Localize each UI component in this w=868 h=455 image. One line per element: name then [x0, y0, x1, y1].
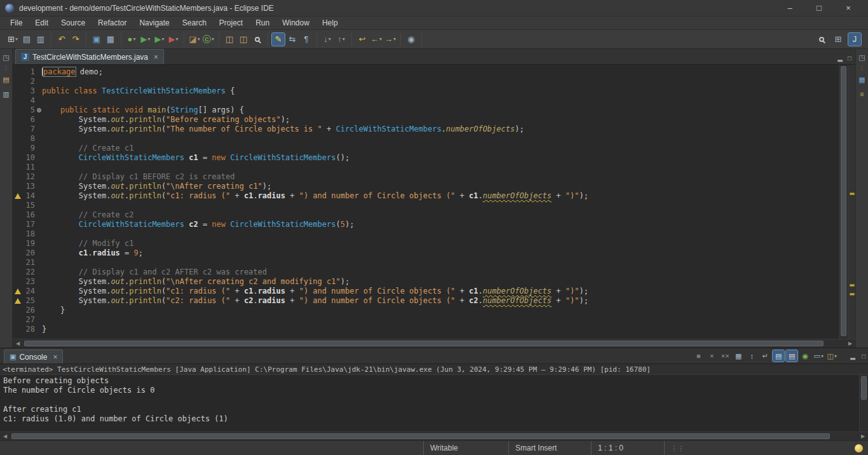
restore-view-icon[interactable]: ◳ [1, 52, 11, 62]
tab-console[interactable]: ▣ Console × [4, 350, 63, 363]
search-icon[interactable] [251, 33, 264, 46]
menu-bar: FileEditSourceRefactorNavigateSearchProj… [0, 17, 868, 30]
word-wrap-icon[interactable]: ↵ [759, 350, 771, 362]
editor-tab[interactable]: J TestCircleWithStaticMembers.java × [15, 49, 164, 64]
new-wizard-icon[interactable]: ⊞▾ [6, 33, 19, 46]
open-type-icon[interactable]: ◫ [223, 33, 236, 46]
new-class-icon[interactable]: C▾ [202, 33, 215, 46]
menu-edit[interactable]: Edit [29, 17, 55, 29]
search-toolbar-icon[interactable] [815, 33, 828, 46]
code-line: 5 public static void main(String[] args)… [13, 105, 839, 115]
warning-icon[interactable] [15, 193, 21, 199]
show-stdout-icon[interactable]: ▤ [773, 350, 784, 362]
new-java-project-icon[interactable]: ◪▾ [188, 33, 201, 46]
display-selected-console-icon[interactable]: ▭▾ [813, 350, 824, 362]
console-status-line: <terminated> TestCircleWithStaticMembers… [0, 364, 868, 375]
open-perspective-icon[interactable]: ⊞ [832, 33, 844, 46]
run-external-tools-icon[interactable]: ▶▾ [153, 33, 166, 46]
coverage-icon[interactable]: ▶▾ [167, 33, 180, 46]
menu-refactor[interactable]: Refactor [92, 17, 133, 29]
console-line: After creating c1 [3, 405, 859, 414]
menu-run[interactable]: Run [249, 17, 276, 29]
scroll-right-icon[interactable]: ▶ [858, 433, 868, 439]
scroll-left-icon[interactable]: ◀ [0, 433, 10, 439]
line-number: 11 [13, 163, 42, 172]
statusbar-drag-handle-icon[interactable]: ⋮⋮ [671, 445, 685, 452]
console-vertical-scrollbar[interactable] [859, 375, 868, 431]
scroll-left-icon[interactable]: ◀ [13, 341, 23, 346]
code-line: 27 [13, 315, 839, 325]
package-explorer-icon[interactable]: ▤ [1, 74, 11, 85]
restore-view-icon[interactable]: ◳ [857, 52, 867, 62]
console-icon: ▣ [10, 353, 16, 361]
scroll-right-icon[interactable]: ▶ [845, 341, 855, 346]
maximize-window-icon[interactable]: □ [804, 3, 834, 13]
maximize-console-icon[interactable]: □ [862, 353, 865, 360]
undo-icon[interactable]: ↶ [55, 33, 68, 46]
minimize-editor-icon[interactable]: ▂ [837, 55, 843, 62]
print-icon[interactable]: ▦ [104, 33, 117, 46]
debug-icon[interactable]: ●▾ [125, 33, 138, 46]
pin-editor-icon[interactable]: ◉ [405, 33, 417, 46]
redo-icon[interactable]: ↷ [69, 33, 82, 46]
scrollbar-thumb[interactable] [841, 66, 846, 336]
code-line: 26 } [13, 306, 839, 315]
menu-navigate[interactable]: Navigate [133, 17, 175, 29]
code-line: 12 // Display c1 BEFORE c2 is created [13, 172, 839, 182]
close-console-tab-icon[interactable]: × [53, 353, 57, 362]
clear-console-icon[interactable]: ▦ [733, 350, 744, 362]
menu-source[interactable]: Source [55, 17, 92, 29]
console-output[interactable]: Before creating objectsThe number of Cir… [0, 375, 859, 431]
warning-icon[interactable] [15, 298, 21, 304]
run-icon[interactable]: ▶▾ [139, 33, 152, 46]
menu-help[interactable]: Help [316, 17, 344, 29]
scrollbar-thumb[interactable] [11, 433, 830, 439]
java-file-icon: J [21, 53, 29, 61]
scrollbar-thumb[interactable] [861, 376, 867, 400]
code-lines[interactable]: 1package demo;23public class TestCircleW… [13, 65, 839, 339]
open-console-icon[interactable]: ◫▾ [826, 350, 837, 362]
notification-icon[interactable] [855, 444, 863, 452]
menu-file[interactable]: File [4, 17, 29, 29]
scroll-lock-icon[interactable]: ↕ [746, 350, 757, 362]
close-window-icon[interactable]: × [834, 3, 863, 13]
menu-search[interactable]: Search [176, 17, 213, 29]
task-list-icon[interactable]: ▦ [857, 74, 867, 85]
next-annotation-icon[interactable]: ↓▾ [321, 33, 334, 46]
scrollbar-thumb[interactable] [24, 341, 824, 346]
close-tab-icon[interactable]: × [154, 53, 158, 62]
menu-project[interactable]: Project [213, 17, 249, 29]
show-whitespace-icon[interactable]: ¶ [300, 33, 313, 46]
java-perspective-icon[interactable]: J [848, 33, 861, 46]
link-with-editor-icon[interactable]: ⇆ [286, 33, 299, 46]
editor-horizontal-scrollbar[interactable]: ◀ ▶ [13, 339, 855, 348]
menu-window[interactable]: Window [276, 17, 316, 29]
maximize-editor-icon[interactable]: □ [848, 55, 851, 62]
open-task-icon[interactable]: ◫ [237, 33, 250, 46]
outline-view-icon[interactable]: ▥ [1, 89, 11, 99]
back-icon[interactable]: ←▾ [370, 33, 383, 46]
outline-icon[interactable]: ≡ [857, 89, 867, 99]
caret-position-status: 1 : 1 : 0 [591, 441, 665, 455]
remove-launch-icon[interactable]: × [706, 350, 717, 362]
forward-icon[interactable]: →▾ [384, 33, 397, 46]
code-line: 25 System.out.println("c2: radius (" + c… [13, 296, 839, 306]
overview-warning-mark[interactable] [850, 284, 855, 287]
save-icon[interactable]: ▤ [20, 33, 33, 46]
terminate-icon[interactable]: ■ [693, 350, 704, 362]
editor-vertical-scrollbar[interactable] [839, 65, 848, 339]
last-edit-location-icon[interactable]: ↩ [356, 33, 369, 46]
previous-annotation-icon[interactable]: ↑▾ [335, 33, 348, 46]
overview-warning-mark[interactable] [850, 293, 855, 295]
open-terminal-icon[interactable]: ▣ [90, 33, 103, 46]
save-all-icon[interactable]: ▥ [34, 33, 47, 46]
minimize-console-icon[interactable]: ▂ [850, 353, 855, 360]
pin-console-icon[interactable]: ◉ [799, 350, 811, 362]
show-stderr-icon[interactable]: ▤ [786, 350, 797, 362]
remove-all-terminated-icon[interactable]: ×× [719, 350, 731, 362]
minimize-window-icon[interactable]: – [775, 3, 804, 13]
warning-icon[interactable] [15, 289, 21, 294]
mark-occurrences-icon[interactable]: ✎ [272, 33, 285, 46]
console-horizontal-scrollbar[interactable]: ◀ ▶ [0, 431, 868, 440]
overview-warning-mark[interactable] [850, 193, 855, 195]
